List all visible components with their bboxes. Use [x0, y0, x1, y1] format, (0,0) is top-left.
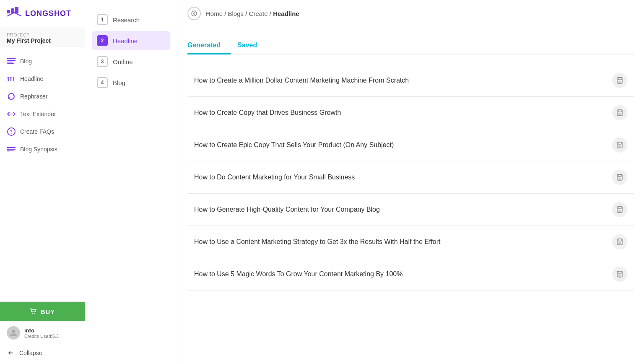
- user-name: info: [24, 327, 59, 334]
- breadcrumb: Home / Blogs / Create / Headline: [206, 10, 299, 17]
- brand-name: LONGSHOT: [25, 9, 71, 18]
- svg-rect-2: [15, 7, 18, 13]
- rephraser-icon: [7, 92, 16, 101]
- collapse-button[interactable]: Collapse: [0, 345, 85, 363]
- save-icon: [616, 239, 623, 245]
- svg-rect-40: [618, 242, 621, 244]
- svg-rect-0: [7, 10, 10, 13]
- save-headline-button-3[interactable]: [612, 170, 627, 185]
- sidebar-item-blog-label: Blog: [20, 58, 32, 65]
- step-outline[interactable]: 3 Outline: [92, 52, 170, 71]
- breadcrumb-blogs[interactable]: Blogs: [228, 10, 244, 17]
- sidebar-item-rephraser[interactable]: Rephraser: [0, 88, 85, 105]
- logo-icon: [7, 7, 22, 20]
- step-4-num: 4: [97, 77, 108, 88]
- sidebar-item-create-faqs-label: Create FAQs: [20, 128, 54, 135]
- headline-text-5: How to Use a Content Marketing Strategy …: [194, 238, 605, 246]
- sidebar-item-blog-synopsis-label: Blog Synopsis: [20, 146, 57, 153]
- save-headline-button-0[interactable]: [612, 73, 627, 88]
- top-bar: Home / Blogs / Create / Headline: [177, 0, 644, 27]
- buy-button[interactable]: BUY: [0, 302, 85, 321]
- save-icon: [616, 206, 623, 213]
- breadcrumb-current: Headline: [273, 10, 299, 17]
- step-1-num: 1: [97, 14, 108, 25]
- save-icon: [616, 77, 623, 84]
- h1-icon: H1: [7, 74, 16, 83]
- create-faqs-icon: ?: [7, 127, 16, 136]
- blog-synopsis-icon: [7, 145, 16, 154]
- breadcrumb-create[interactable]: Create: [249, 10, 268, 17]
- svg-rect-28: [618, 113, 621, 115]
- sidebar-item-headline[interactable]: H1 Headline: [0, 70, 85, 88]
- step-3-num: 3: [97, 56, 108, 67]
- svg-rect-43: [618, 275, 621, 277]
- headline-item-4: How to Generate High-Quality Content for…: [187, 194, 634, 226]
- headline-text-3: How to Do Content Marketing for Your Sma…: [194, 174, 605, 181]
- svg-point-21: [12, 330, 15, 333]
- save-icon: [616, 174, 623, 181]
- back-button[interactable]: [187, 7, 201, 20]
- content-area: Generated Saved How to Create a Million …: [177, 27, 644, 363]
- sidebar-item-text-extender[interactable]: Text Extender: [0, 105, 85, 123]
- avatar: [7, 326, 20, 340]
- project-label: Project: [7, 32, 78, 37]
- headline-item-1: How to Create Copy that Drives Business …: [187, 97, 634, 129]
- breadcrumb-sep1: /: [224, 10, 226, 17]
- headline-text-6: How to Use 5 Magic Words To Grow Your Co…: [194, 270, 605, 278]
- svg-rect-34: [618, 178, 621, 180]
- step-blog[interactable]: 4 Blog: [92, 73, 170, 92]
- save-headline-button-5[interactable]: [612, 234, 627, 249]
- main-content: Home / Blogs / Create / Headline Generat…: [177, 0, 644, 363]
- buy-label: BUY: [41, 308, 55, 315]
- breadcrumb-sep2: /: [245, 10, 247, 17]
- breadcrumb-home[interactable]: Home: [206, 10, 223, 17]
- save-headline-button-6[interactable]: [612, 267, 627, 282]
- tab-saved[interactable]: Saved: [237, 37, 267, 54]
- step-research[interactable]: 1 Research: [92, 10, 170, 29]
- steps-panel: 1 Research 2 Headline 3 Outline 4 Blog: [85, 0, 177, 363]
- svg-point-19: [31, 313, 32, 314]
- step-2-label: Headline: [113, 37, 138, 44]
- step-3-label: Outline: [113, 58, 133, 65]
- save-headline-button-2[interactable]: [612, 137, 627, 153]
- sidebar-item-create-faqs[interactable]: ? Create FAQs: [0, 123, 85, 140]
- logo-area: LONGSHOT: [0, 0, 85, 27]
- sidebar-item-blog-synopsis[interactable]: Blog Synopsis: [0, 140, 85, 158]
- svg-point-20: [34, 313, 35, 314]
- save-headline-button-1[interactable]: [612, 105, 627, 120]
- breadcrumb-sep3: /: [270, 10, 271, 17]
- blog-icon: [7, 57, 16, 66]
- sidebar: LONGSHOT Project My First Project Blog H…: [0, 0, 85, 363]
- save-icon: [616, 109, 623, 116]
- save-headline-button-4[interactable]: [612, 202, 627, 217]
- collapse-icon: [7, 349, 15, 357]
- svg-text:?: ?: [10, 129, 13, 135]
- step-headline[interactable]: 2 Headline: [92, 31, 170, 50]
- headline-item-0: How to Create a Million Dollar Content M…: [187, 65, 634, 97]
- user-info: info Credits Used:5.3: [24, 327, 59, 339]
- headline-text-1: How to Create Copy that Drives Business …: [194, 109, 605, 117]
- step-1-label: Research: [113, 16, 140, 23]
- headline-text-2: How to Create Epic Copy That Sells Your …: [194, 141, 605, 149]
- headline-list: How to Create a Million Dollar Content M…: [187, 65, 634, 290]
- tab-generated[interactable]: Generated: [187, 37, 231, 54]
- svg-point-22: [192, 11, 197, 16]
- headline-item-3: How to Do Content Marketing for Your Sma…: [187, 161, 634, 194]
- save-icon: [616, 271, 623, 277]
- sidebar-nav: Blog H1 Headline Rephraser: [0, 47, 85, 301]
- svg-rect-25: [618, 81, 621, 83]
- svg-rect-31: [618, 145, 621, 148]
- save-icon: [616, 142, 623, 148]
- svg-rect-37: [618, 210, 621, 212]
- sidebar-item-blog[interactable]: Blog: [0, 52, 85, 70]
- headline-text-0: How to Create a Million Dollar Content M…: [194, 77, 605, 84]
- headline-item-6: How to Use 5 Magic Words To Grow Your Co…: [187, 258, 634, 290]
- back-icon: [191, 10, 197, 16]
- text-extender-icon: [7, 109, 16, 119]
- headline-item-2: How to Create Epic Copy That Sells Your …: [187, 129, 634, 161]
- user-credits: Credits Used:5.3: [24, 334, 59, 339]
- svg-text:H1: H1: [7, 76, 15, 83]
- sidebar-bottom: BUY info Credits Used:5.3 Collapse: [0, 301, 85, 363]
- step-4-label: Blog: [113, 79, 125, 86]
- project-section: Project My First Project: [0, 27, 85, 47]
